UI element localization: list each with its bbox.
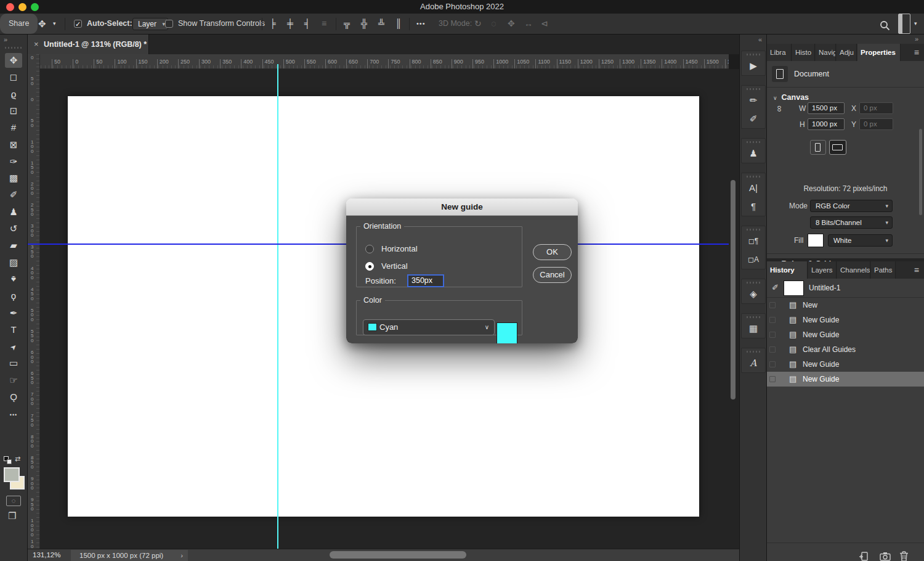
color-mode-select[interactable]: RGB Color▾ bbox=[810, 200, 893, 212]
vertical-ruler[interactable]: 05 005 01 0 01 5 02 0 02 5 03 0 03 5 04 … bbox=[28, 54, 40, 549]
workspace-icon[interactable] bbox=[898, 14, 910, 34]
type-tool[interactable]: T bbox=[5, 322, 22, 337]
distribute-v-icon[interactable]: ║ bbox=[395, 14, 402, 34]
blur-tool[interactable]: ♠ bbox=[5, 272, 22, 287]
tool-preset-chevron-icon[interactable]: ▾ bbox=[53, 14, 56, 34]
portrait-orientation-button[interactable] bbox=[810, 140, 826, 155]
patterns-icon[interactable]: ▦ bbox=[742, 319, 765, 338]
align-middle-icon[interactable]: ╬ bbox=[361, 14, 367, 34]
path-selection-tool[interactable]: ➤ bbox=[5, 339, 22, 354]
align-bottom-icon[interactable]: ╩ bbox=[378, 14, 384, 34]
workspace-chevron-icon[interactable]: ▾ bbox=[914, 14, 917, 34]
history-brush-source-icon[interactable]: ✐ bbox=[772, 283, 779, 292]
align-right-icon[interactable]: ╡ bbox=[304, 14, 310, 34]
brush-tool[interactable]: ✐ bbox=[5, 187, 22, 202]
height-input[interactable]: 1000 px bbox=[808, 118, 845, 130]
close-document-icon[interactable]: × bbox=[34, 35, 39, 54]
close-window-icon[interactable] bbox=[6, 3, 14, 11]
horizontal-ruler[interactable]: 5005010015020025030035040045050055060065… bbox=[28, 54, 729, 69]
auto-select-target-select[interactable]: Layer▾ bbox=[132, 18, 168, 30]
show-transform-checkbox[interactable] bbox=[165, 20, 173, 28]
horizontal-scrollbar[interactable] bbox=[330, 551, 466, 559]
document-tab[interactable]: × Untitled-1 @ 131% (RGB/8) * bbox=[28, 35, 149, 54]
swap-colors-icon[interactable]: ⇄ bbox=[15, 455, 20, 463]
panel-menu-icon[interactable]: ≡ bbox=[914, 44, 919, 61]
history-source-well[interactable] bbox=[769, 317, 776, 323]
fill-select[interactable]: White▾ bbox=[828, 234, 893, 247]
horizontal-radio-row[interactable]: Horizontal bbox=[365, 244, 418, 254]
frame-tool[interactable]: ⊠ bbox=[5, 137, 22, 152]
tab-histo[interactable]: Histo bbox=[792, 44, 815, 61]
gradient-tool[interactable]: ▨ bbox=[5, 255, 22, 270]
edit-toolbar-icon[interactable]: ••• bbox=[5, 406, 22, 421]
history-source-well[interactable] bbox=[769, 361, 776, 367]
distribute-h-icon[interactable]: ≡ bbox=[322, 14, 326, 34]
tab-properties[interactable]: Properties bbox=[857, 44, 901, 61]
crop-tool[interactable]: # bbox=[5, 120, 22, 135]
screen-mode-icon[interactable]: ❐ bbox=[8, 510, 16, 522]
clone-stamp-tool[interactable]: ♟ bbox=[5, 205, 22, 219]
healing-brush-tool[interactable]: ▩ bbox=[5, 171, 22, 186]
zoom-level[interactable]: 131,12% bbox=[33, 549, 60, 561]
tools-drag-handle[interactable] bbox=[5, 47, 22, 49]
dialog-title[interactable]: New guide bbox=[346, 199, 578, 216]
dodge-tool[interactable]: ϙ bbox=[5, 289, 22, 303]
properties-scrollbar[interactable] bbox=[919, 129, 922, 215]
lasso-tool[interactable]: ϱ bbox=[5, 87, 22, 102]
collapse-tools-icon[interactable]: » bbox=[4, 36, 7, 43]
brushes-icon[interactable]: ✐ bbox=[742, 110, 765, 128]
tab-libra[interactable]: Libra bbox=[767, 44, 792, 61]
position-input[interactable]: 350px bbox=[407, 274, 444, 287]
default-colors-bg-icon[interactable] bbox=[7, 459, 12, 464]
history-source-well[interactable] bbox=[769, 302, 776, 308]
horizontal-radio[interactable] bbox=[365, 245, 374, 253]
align-center-h-icon[interactable]: ╪ bbox=[287, 14, 293, 34]
history-source-well[interactable] bbox=[769, 376, 776, 382]
more-options-icon[interactable]: ••• bbox=[416, 14, 426, 34]
character-styles-icon[interactable]: ◻A bbox=[742, 250, 765, 269]
vertical-radio[interactable] bbox=[365, 262, 374, 271]
auto-select-checkbox[interactable]: ✓ bbox=[74, 20, 82, 28]
tab-history[interactable]: History bbox=[767, 261, 808, 279]
tab-paths[interactable]: Paths bbox=[871, 261, 896, 279]
vertical-scrollbar[interactable] bbox=[731, 180, 736, 399]
history-brush-tool[interactable]: ↺ bbox=[5, 221, 22, 236]
actions-icon[interactable]: ▶ bbox=[742, 57, 765, 75]
link-dimensions-icon[interactable]: ∞ bbox=[775, 105, 785, 112]
align-left-icon[interactable]: ╞ bbox=[270, 14, 276, 34]
character-panel-icon[interactable]: A| bbox=[742, 179, 765, 197]
vertical-radio-row[interactable]: Vertical bbox=[365, 261, 408, 271]
rectangle-tool[interactable]: ▭ bbox=[5, 356, 22, 371]
history-state-row[interactable]: ▤New Guide bbox=[767, 372, 924, 387]
clone-source-icon[interactable]: ♟ bbox=[742, 144, 765, 163]
snapshot-thumbnail[interactable] bbox=[784, 280, 804, 296]
bit-depth-select[interactable]: 8 Bits/Channel▾ bbox=[810, 216, 893, 229]
maximize-window-icon[interactable] bbox=[31, 3, 39, 11]
glyphs-icon[interactable]: A bbox=[742, 354, 765, 372]
history-state-row[interactable]: ▤New Guide bbox=[767, 313, 924, 327]
history-state-row[interactable]: ▤New Guide bbox=[767, 357, 924, 372]
foreground-color-swatch[interactable] bbox=[4, 467, 20, 482]
quick-mask-icon[interactable]: ◌ bbox=[6, 496, 21, 506]
history-source-well[interactable] bbox=[769, 332, 776, 338]
history-state-row[interactable]: ▤Clear All Guides bbox=[767, 342, 924, 357]
paragraph-styles-icon[interactable]: ◻¶ bbox=[742, 232, 765, 250]
paragraph-panel-icon[interactable]: ¶ bbox=[742, 197, 765, 216]
landscape-orientation-button[interactable] bbox=[829, 140, 846, 155]
cancel-button[interactable]: Cancel bbox=[533, 267, 572, 283]
canvas-section-header[interactable]: ∨Canvas bbox=[773, 93, 809, 102]
object-selection-tool[interactable]: ⊡ bbox=[5, 104, 22, 118]
3d-panel-icon[interactable]: ◈ bbox=[742, 285, 765, 303]
move-tool-preset-icon[interactable]: ✥ bbox=[38, 14, 46, 34]
share-button[interactable]: Share bbox=[0, 14, 38, 34]
marquee-tool[interactable]: ◻ bbox=[5, 70, 22, 84]
width-input[interactable]: 1500 px bbox=[808, 102, 845, 114]
expand-dock-icon[interactable]: » bbox=[915, 35, 918, 43]
hand-tool[interactable]: ☞ bbox=[5, 373, 22, 388]
tab-channels[interactable]: Channels bbox=[837, 261, 870, 279]
align-top-icon[interactable]: ╦ bbox=[344, 14, 350, 34]
pen-tool[interactable]: ✒ bbox=[5, 306, 22, 321]
ok-button[interactable]: OK bbox=[533, 244, 572, 260]
tab-navig[interactable]: Navig bbox=[816, 44, 836, 61]
search-icon[interactable] bbox=[880, 18, 890, 30]
